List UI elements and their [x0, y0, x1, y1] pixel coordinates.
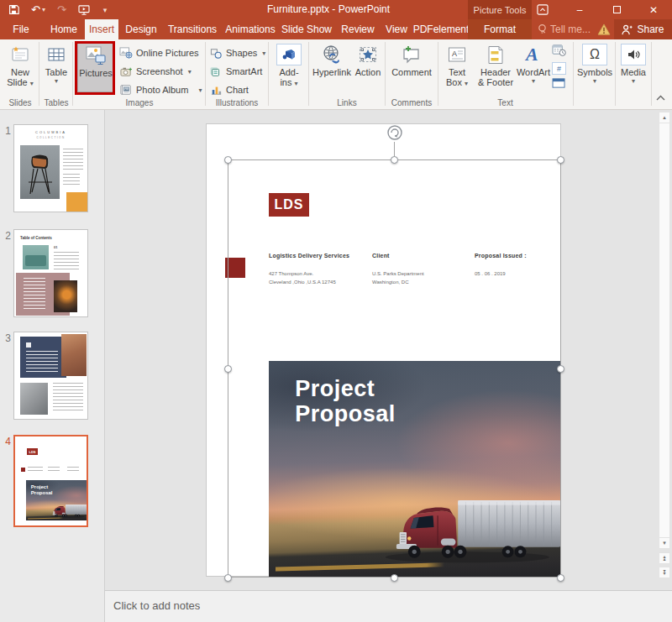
- object-button[interactable]: [552, 77, 566, 92]
- share-button[interactable]: Share: [614, 19, 672, 39]
- wordart-button[interactable]: A WordArt ▾: [517, 42, 550, 85]
- slide-info-column-company[interactable]: Logistics Delivery Services 427 Thompson…: [269, 253, 370, 286]
- symbols-button[interactable]: Ω Symbols ▾: [578, 42, 612, 85]
- warning-icon[interactable]: [597, 24, 611, 35]
- undo-button[interactable]: ↶ ▾: [31, 3, 45, 16]
- header-footer-button[interactable]: Header & Footer: [476, 42, 515, 87]
- scroll-up-button[interactable]: ▴: [659, 112, 670, 123]
- slide-red-square[interactable]: [225, 258, 245, 278]
- action-button[interactable]: Action: [352, 42, 384, 77]
- resize-handle-bottom-middle[interactable]: [391, 574, 398, 582]
- ribbon-group-tables: Table ▾ Tables: [40, 39, 72, 110]
- ribbon-group-media: Media ▾: [616, 39, 651, 110]
- pictures-button[interactable]: Pictures: [77, 42, 114, 92]
- tab-slide-show[interactable]: Slide Show: [278, 19, 335, 39]
- group-separator: [308, 42, 309, 106]
- resize-handle-top-right[interactable]: [557, 156, 564, 164]
- customize-qat-button[interactable]: ▾: [102, 6, 108, 14]
- redo-icon: ↷: [57, 3, 66, 16]
- action-icon: [358, 44, 378, 65]
- text-box-icon: A: [447, 44, 467, 65]
- svg-text:A: A: [524, 44, 538, 65]
- tab-design[interactable]: Design: [122, 19, 160, 39]
- undo-caret-icon[interactable]: ▾: [42, 6, 45, 13]
- save-button[interactable]: [8, 4, 19, 15]
- previous-slide-button[interactable]: ▴▴: [659, 552, 670, 564]
- group-separator: [573, 42, 574, 106]
- tab-home[interactable]: Home: [46, 19, 81, 39]
- notes-pane[interactable]: Click to add notes: [105, 590, 672, 622]
- table-button[interactable]: Table ▾: [42, 42, 71, 85]
- collapse-ribbon-button[interactable]: [656, 89, 665, 104]
- screenshot-button[interactable]: Screenshot ▾: [119, 63, 192, 80]
- new-slide-button[interactable]: New Slide ▾: [4, 42, 36, 87]
- rotation-handle[interactable]: [385, 123, 405, 143]
- slide-truck-image[interactable]: Project Proposal: [269, 361, 561, 577]
- notes-placeholder[interactable]: Click to add notes: [113, 599, 200, 612]
- symbols-label: Symbols: [577, 67, 612, 77]
- resize-handle-bottom-right[interactable]: [557, 574, 564, 582]
- slide-info-column-client[interactable]: Client U.S. Parks Department Washington,…: [372, 253, 473, 286]
- svg-text:A: A: [452, 50, 457, 58]
- smartart-button[interactable]: SmartArt: [210, 63, 262, 80]
- slide-1-thumbnail[interactable]: COLUMBIA COLLECTION: [13, 124, 88, 212]
- vertical-scrollbar-track[interactable]: [659, 112, 670, 549]
- resize-handle-top-left[interactable]: [224, 156, 232, 164]
- comment-button[interactable]: Comment: [388, 42, 435, 77]
- slide-2-thumbnail[interactable]: Table of Contents 01: [13, 229, 88, 317]
- tell-me-box[interactable]: Tell me...: [538, 19, 611, 39]
- media-button[interactable]: Media ▾: [617, 42, 649, 85]
- chart-button[interactable]: Chart: [210, 81, 249, 98]
- addins-button[interactable]: Add-ins ▾: [275, 42, 303, 87]
- tab-view[interactable]: View: [380, 19, 413, 39]
- client-line-2: Washington, DC: [372, 279, 473, 287]
- slide-3-thumbnail[interactable]: [13, 332, 88, 420]
- tab-transitions[interactable]: Transitions: [163, 19, 222, 39]
- redo-button[interactable]: ↷: [57, 3, 66, 16]
- restore-icon: [613, 6, 621, 13]
- slide-lds-logo[interactable]: LDS: [269, 193, 309, 217]
- shapes-button[interactable]: Shapes ▾: [210, 44, 265, 61]
- tab-insert[interactable]: Insert: [85, 19, 118, 39]
- ribbon-display-options-button[interactable]: [524, 0, 561, 19]
- tab-pdfelement[interactable]: PDFelement: [413, 19, 469, 39]
- picture-tools-contextual-header: Picture Tools: [468, 0, 532, 19]
- minimize-button[interactable]: –: [561, 0, 598, 19]
- thumb1-subtitle: COLLECTION: [14, 136, 87, 139]
- photo-album-button[interactable]: Photo Album ▾: [119, 81, 202, 98]
- media-caret-icon: ▾: [632, 78, 635, 85]
- tab-format-contextual[interactable]: Format: [468, 19, 532, 39]
- scroll-down-button[interactable]: ▾: [659, 537, 670, 549]
- resize-handle-top-middle[interactable]: [391, 156, 398, 164]
- resize-handle-middle-right[interactable]: [557, 365, 564, 373]
- smartart-icon: [210, 66, 223, 77]
- photo-album-caret-icon: ▾: [198, 86, 202, 94]
- group-separator: [651, 42, 652, 106]
- slide-4-thumbnail[interactable]: LDS Project Proposal: [13, 435, 88, 527]
- maximize-restore-button[interactable]: [598, 0, 635, 19]
- group-separator: [205, 42, 206, 106]
- media-label: Media: [621, 67, 646, 77]
- slide-number-button[interactable]: #: [552, 62, 566, 75]
- slide-3-number: 3: [2, 332, 11, 344]
- customize-caret-icon: ▾: [103, 6, 108, 14]
- tab-animations[interactable]: Animations: [222, 19, 279, 39]
- tab-review[interactable]: Review: [337, 19, 379, 39]
- group-label-comments: Comments: [386, 98, 437, 107]
- start-slideshow-button[interactable]: [78, 5, 90, 15]
- date-time-button[interactable]: [552, 44, 566, 60]
- wordart-label: WordArt: [517, 67, 550, 77]
- resize-handle-middle-left[interactable]: [224, 365, 232, 373]
- next-slide-button[interactable]: ▾▾: [659, 567, 670, 578]
- thumb4-text-lines: [48, 467, 60, 473]
- tab-file[interactable]: File: [7, 19, 35, 39]
- table-caret-icon: ▾: [55, 78, 58, 85]
- resize-handle-bottom-left[interactable]: [224, 574, 232, 582]
- slide-info-column-proposal[interactable]: Proposal Issued : 05 . 06 . 2019: [475, 253, 575, 279]
- text-box-button[interactable]: A Text Box ▾: [441, 42, 473, 87]
- close-button[interactable]: ✕: [635, 0, 672, 19]
- online-pictures-button[interactable]: Online Pictures: [119, 44, 199, 61]
- company-header: Logistics Delivery Services: [269, 253, 370, 259]
- group-label-tables: Tables: [40, 98, 72, 107]
- hyperlink-button[interactable]: Hyperlink: [310, 42, 354, 77]
